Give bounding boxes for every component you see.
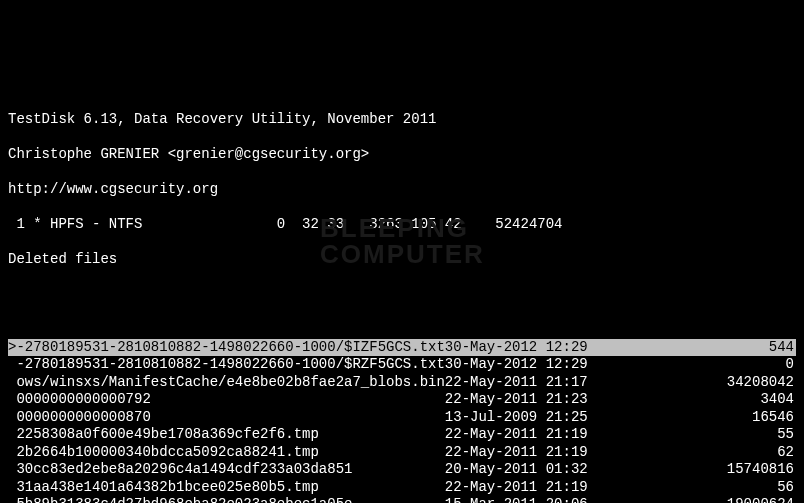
file-name: 2b2664b100000340bdcca5092ca88241.tmp [8, 444, 445, 462]
file-name: 0000000000000792 [8, 391, 445, 409]
file-row[interactable]: 5b89b31383c4d27bd968eba82e023a8ebec1a05e… [8, 496, 796, 503]
file-size: 15740816 [596, 461, 796, 479]
app-author: Christophe GRENIER <grenier@cgsecurity.o… [8, 146, 796, 164]
file-name: -2780189531-2810810882-1498022660-1000/$… [8, 356, 445, 374]
file-time: 21:19 [546, 444, 596, 462]
file-name: 0000000000000870 [8, 409, 445, 427]
file-row[interactable]: >-2780189531-2810810882-1498022660-1000/… [8, 339, 796, 357]
file-name: 2258308a0f600e49be1708a369cfe2f6.tmp [8, 426, 445, 444]
file-date: 13-Jul-2009 [445, 409, 546, 427]
file-size: 62 [596, 444, 796, 462]
file-date: 22-May-2011 [445, 426, 546, 444]
partition-info: 1 * HPFS - NTFS 0 32 33 3263 105 42 5242… [8, 216, 796, 234]
file-size: 544 [596, 339, 796, 357]
file-size: 0 [596, 356, 796, 374]
file-time: 21:23 [546, 391, 596, 409]
file-date: 22-May-2011 [445, 444, 546, 462]
file-date: 15-Mar-2011 [445, 496, 546, 503]
file-size: 56 [596, 479, 796, 497]
file-time: 21:19 [546, 479, 596, 497]
file-row[interactable]: 000000000000087013-Jul-200921:2516546 [8, 409, 796, 427]
file-date: 30-May-2012 [445, 339, 546, 357]
file-date: 22-May-2011 [445, 479, 546, 497]
app-title: TestDisk 6.13, Data Recovery Utility, No… [8, 111, 796, 129]
blank-line [8, 286, 796, 304]
file-time: 20:06 [546, 496, 596, 503]
file-row[interactable]: 2b2664b100000340bdcca5092ca88241.tmp22-M… [8, 444, 796, 462]
file-row[interactable]: -2780189531-2810810882-1498022660-1000/$… [8, 356, 796, 374]
file-size: 3404 [596, 391, 796, 409]
file-row[interactable]: 31aa438e1401a64382b1bcee025e80b5.tmp22-M… [8, 479, 796, 497]
file-row[interactable]: ows/winsxs/ManifestCache/e4e8be02b8fae2a… [8, 374, 796, 392]
file-date: 20-May-2011 [445, 461, 546, 479]
app-url: http://www.cgsecurity.org [8, 181, 796, 199]
file-name: >-2780189531-2810810882-1498022660-1000/… [8, 339, 445, 357]
file-row[interactable]: 000000000000079222-May-201121:233404 [8, 391, 796, 409]
file-size: 55 [596, 426, 796, 444]
mode-label: Deleted files [8, 251, 796, 269]
file-time: 21:17 [546, 374, 596, 392]
file-list[interactable]: >-2780189531-2810810882-1498022660-1000/… [8, 339, 796, 504]
file-row[interactable]: 2258308a0f600e49be1708a369cfe2f6.tmp22-M… [8, 426, 796, 444]
file-date: 30-May-2012 [445, 356, 546, 374]
file-name: 5b89b31383c4d27bd968eba82e023a8ebec1a05e [8, 496, 445, 503]
file-time: 21:19 [546, 426, 596, 444]
file-name: ows/winsxs/ManifestCache/e4e8be02b8fae2a… [8, 374, 445, 392]
file-date: 22-May-2011 [445, 391, 546, 409]
file-time: 21:25 [546, 409, 596, 427]
file-time: 12:29 [546, 339, 596, 357]
file-time: 01:32 [546, 461, 596, 479]
file-date: 22-May-2011 [445, 374, 546, 392]
file-size: 16546 [596, 409, 796, 427]
file-time: 12:29 [546, 356, 596, 374]
file-row[interactable]: 30cc83ed2ebe8a20296c4a1494cdf233a03da851… [8, 461, 796, 479]
file-name: 30cc83ed2ebe8a20296c4a1494cdf233a03da851 [8, 461, 445, 479]
file-size: 19000624 [596, 496, 796, 503]
file-name: 31aa438e1401a64382b1bcee025e80b5.tmp [8, 479, 445, 497]
file-size: 34208042 [596, 374, 796, 392]
